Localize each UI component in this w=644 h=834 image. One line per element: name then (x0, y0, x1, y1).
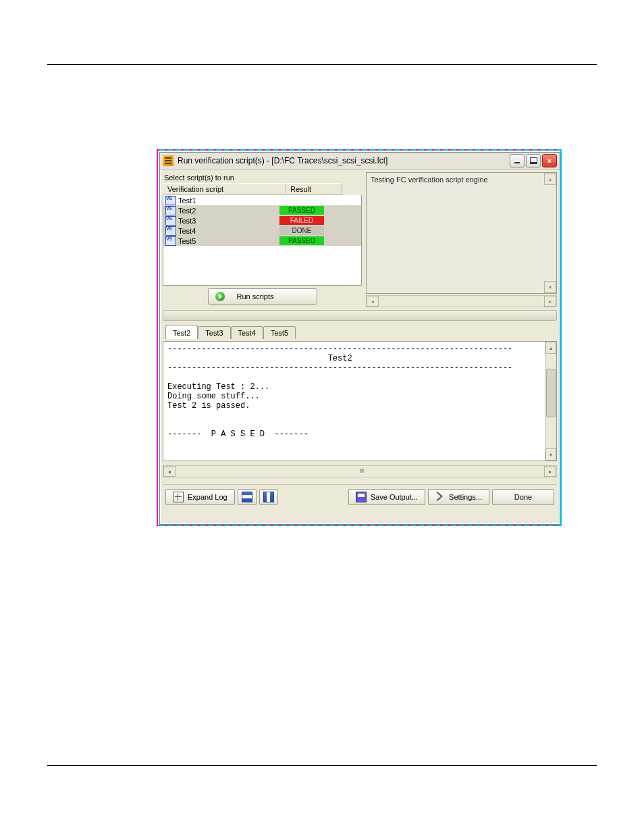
tools-icon (435, 492, 445, 502)
log-vscroll[interactable]: ▴ ▾ (545, 342, 556, 461)
page-rule-bottom (47, 765, 597, 766)
engine-message-box: Testing FC verification script engine ▴ … (366, 172, 557, 294)
scroll-up-icon[interactable]: ▴ (544, 173, 556, 185)
expand-log-label: Expand Log (188, 493, 227, 501)
tab-test3[interactable]: Test3 (198, 326, 230, 339)
done-label: Done (514, 493, 532, 501)
col-result-header[interactable]: Result (286, 183, 342, 195)
script-name: Test2 (178, 207, 278, 215)
run-scripts-label: Run scripts (237, 292, 274, 301)
scroll-grip-icon (360, 469, 364, 473)
script-list[interactable]: Test1Test2PASSEDTest3FAILEDTest4DONETest… (163, 195, 362, 286)
result-badge: FAILED (279, 216, 324, 225)
scroll-thumb[interactable] (546, 369, 556, 417)
tab-test5[interactable]: Test5 (263, 326, 296, 339)
script-name: Test4 (178, 227, 278, 235)
script-list-header: Verification script Result (163, 183, 362, 195)
maximize-button[interactable] (526, 154, 541, 167)
engine-message-text: Testing FC verification script engine (371, 176, 488, 184)
save-icon (356, 492, 367, 502)
dialog-window: Run verification script(s) - [D:\FC Trac… (159, 152, 560, 525)
script-name: Test5 (178, 237, 278, 245)
scroll-right-icon[interactable]: ▸ (544, 296, 556, 307)
scroll-down-icon[interactable]: ▾ (545, 448, 556, 461)
scroll-left-icon[interactable]: ◂ (367, 296, 379, 307)
log-text[interactable]: ----------------------------------------… (163, 342, 545, 461)
expand-icon (173, 492, 184, 502)
col-script-header[interactable]: Verification script (163, 183, 286, 195)
script-selection-pane: Select script(s) to run Verification scr… (163, 172, 362, 307)
result-badge: PASSED (279, 236, 324, 245)
save-output-label: Save Output... (371, 493, 418, 501)
vs-file-icon (165, 236, 176, 246)
close-button[interactable]: × (542, 154, 557, 167)
scroll-left-icon[interactable]: ◂ (163, 466, 176, 477)
log-hscroll[interactable]: ◂ ▸ (163, 465, 557, 477)
run-scripts-button[interactable]: Run scripts (208, 288, 317, 305)
play-icon (215, 292, 225, 301)
app-icon (163, 155, 173, 166)
save-output-button[interactable]: Save Output... (348, 489, 425, 505)
settings-button[interactable]: Settings... (428, 489, 489, 505)
script-row[interactable]: Test5PASSED (163, 236, 361, 246)
result-badge: PASSED (279, 206, 324, 215)
select-scripts-label: Select script(s) to run (164, 174, 360, 182)
script-row[interactable]: Test4DONE (163, 226, 361, 236)
scroll-right-icon[interactable]: ▸ (544, 466, 556, 477)
tile-vertical-icon (263, 492, 274, 502)
vs-file-icon (165, 196, 176, 205)
vs-file-icon (165, 206, 176, 215)
script-row[interactable]: Test3FAILED (163, 215, 361, 226)
result-badge: DONE (279, 226, 324, 235)
vs-file-icon (165, 226, 176, 236)
script-name: Test3 (178, 217, 278, 225)
vs-file-icon (165, 216, 176, 226)
progress-bar (163, 310, 557, 321)
scroll-up-icon[interactable]: ▴ (545, 342, 556, 354)
expand-log-button[interactable]: Expand Log (165, 489, 235, 505)
script-row[interactable]: Test1 (163, 195, 361, 205)
settings-label: Settings... (449, 493, 482, 501)
script-row[interactable]: Test2PASSED (163, 205, 361, 215)
log-area: ----------------------------------------… (163, 341, 557, 461)
window-title: Run verification script(s) - [D:\FC Trac… (178, 156, 506, 165)
tile-horizontal-icon (242, 492, 252, 502)
tab-test4[interactable]: Test4 (231, 326, 263, 339)
script-name: Test1 (178, 197, 278, 205)
log-tabs: Test2Test3Test4Test5 (163, 323, 557, 338)
titlebar[interactable]: Run verification script(s) - [D:\FC Trac… (160, 153, 560, 170)
tile-horizontal-button[interactable] (238, 489, 257, 505)
tile-vertical-button[interactable] (259, 489, 278, 505)
scroll-down-icon[interactable]: ▾ (544, 281, 556, 293)
done-button[interactable]: Done (492, 489, 554, 505)
bottom-toolbar: Expand Log Save Output... Settings... (163, 484, 557, 508)
tab-test2[interactable]: Test2 (165, 325, 198, 339)
message-hscroll[interactable]: ◂ ▸ (366, 295, 557, 307)
minimize-button[interactable] (510, 154, 525, 167)
page-rule-top (47, 64, 597, 65)
